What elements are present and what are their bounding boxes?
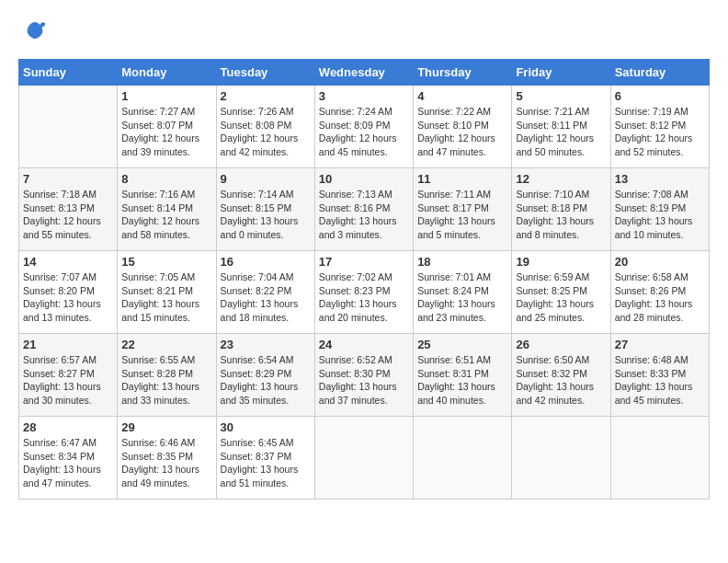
day-number: 26 [516,338,606,351]
day-number: 27 [615,338,705,351]
day-info: Sunrise: 6:54 AM Sunset: 8:29 PM Dayligh… [221,353,311,408]
day-info: Sunrise: 7:13 AM Sunset: 8:16 PM Dayligh… [319,188,409,242]
day-number: 2 [221,89,311,103]
calendar-body: 1Sunrise: 7:27 AM Sunset: 8:07 PM Daylig… [19,86,710,500]
day-info: Sunrise: 6:46 AM Sunset: 8:35 PM Dayligh… [121,436,211,490]
day-info: Sunrise: 7:24 AM Sunset: 8:09 PM Dayligh… [319,105,409,159]
day-info: Sunrise: 7:07 AM Sunset: 8:20 PM Dayligh… [23,270,113,325]
dow-header-saturday: Saturday [610,60,709,86]
day-number: 30 [221,420,311,434]
day-info: Sunrise: 7:11 AM Sunset: 8:17 PM Dayligh… [417,188,507,242]
day-number: 8 [121,172,211,186]
day-info: Sunrise: 7:22 AM Sunset: 8:10 PM Dayligh… [417,105,507,159]
dow-header-monday: Monday [118,60,216,86]
day-number: 20 [615,255,705,269]
day-number: 19 [516,255,606,269]
calendar-cell: 28Sunrise: 6:47 AM Sunset: 8:34 PM Dayli… [19,417,118,500]
day-number: 13 [615,172,705,186]
day-info: Sunrise: 7:08 AM Sunset: 8:19 PM Dayligh… [615,188,705,242]
day-info: Sunrise: 6:59 AM Sunset: 8:25 PM Dayligh… [516,270,606,325]
day-number: 5 [516,89,606,103]
day-number: 7 [23,172,113,186]
calendar-cell: 30Sunrise: 6:45 AM Sunset: 8:37 PM Dayli… [216,417,314,500]
day-info: Sunrise: 7:02 AM Sunset: 8:23 PM Dayligh… [319,270,409,325]
day-info: Sunrise: 7:16 AM Sunset: 8:14 PM Dayligh… [121,188,211,242]
day-info: Sunrise: 6:55 AM Sunset: 8:28 PM Dayligh… [121,353,211,408]
day-info: Sunrise: 7:14 AM Sunset: 8:15 PM Dayligh… [221,188,311,242]
calendar-table: SundayMondayTuesdayWednesdayThursdayFrid… [18,59,710,500]
day-number: 24 [319,338,409,351]
calendar-cell: 25Sunrise: 6:51 AM Sunset: 8:31 PM Dayli… [414,334,512,417]
calendar-cell: 27Sunrise: 6:48 AM Sunset: 8:33 PM Dayli… [610,334,709,417]
calendar-cell: 7Sunrise: 7:18 AM Sunset: 8:13 PM Daylig… [19,168,118,251]
calendar-cell [512,417,610,500]
calendar-cell [314,417,413,500]
calendar-cell: 10Sunrise: 7:13 AM Sunset: 8:16 PM Dayli… [314,168,413,251]
day-number: 17 [319,255,409,269]
day-number: 28 [23,420,113,434]
calendar-cell: 12Sunrise: 7:10 AM Sunset: 8:18 PM Dayli… [512,168,610,251]
day-info: Sunrise: 6:57 AM Sunset: 8:27 PM Dayligh… [23,353,113,408]
day-number: 1 [121,89,211,103]
calendar-cell: 17Sunrise: 7:02 AM Sunset: 8:23 PM Dayli… [314,251,413,334]
dow-header-thursday: Thursday [414,60,512,86]
calendar-cell: 5Sunrise: 7:21 AM Sunset: 8:11 PM Daylig… [512,86,610,168]
day-number: 16 [221,255,311,269]
week-row-2: 7Sunrise: 7:18 AM Sunset: 8:13 PM Daylig… [19,168,710,251]
calendar-cell: 26Sunrise: 6:50 AM Sunset: 8:32 PM Dayli… [512,334,610,417]
dow-header-sunday: Sunday [19,60,118,86]
day-info: Sunrise: 7:21 AM Sunset: 8:11 PM Dayligh… [516,105,606,159]
calendar-cell: 18Sunrise: 7:01 AM Sunset: 8:24 PM Dayli… [414,251,512,334]
calendar-cell: 4Sunrise: 7:22 AM Sunset: 8:10 PM Daylig… [414,86,512,168]
calendar-cell: 22Sunrise: 6:55 AM Sunset: 8:28 PM Dayli… [118,334,216,417]
day-of-week-header-row: SundayMondayTuesdayWednesdayThursdayFrid… [19,60,710,86]
day-info: Sunrise: 7:04 AM Sunset: 8:22 PM Dayligh… [221,270,311,325]
day-number: 3 [319,89,409,103]
calendar-cell: 29Sunrise: 6:46 AM Sunset: 8:35 PM Dayli… [118,417,216,500]
day-info: Sunrise: 6:48 AM Sunset: 8:33 PM Dayligh… [615,353,705,408]
week-row-4: 21Sunrise: 6:57 AM Sunset: 8:27 PM Dayli… [19,334,710,417]
day-number: 23 [221,338,311,351]
day-info: Sunrise: 7:18 AM Sunset: 8:13 PM Dayligh… [23,188,113,242]
day-number: 6 [615,89,705,103]
day-info: Sunrise: 6:58 AM Sunset: 8:26 PM Dayligh… [615,270,705,325]
day-info: Sunrise: 7:10 AM Sunset: 8:18 PM Dayligh… [516,188,606,242]
day-number: 21 [23,338,113,351]
week-row-5: 28Sunrise: 6:47 AM Sunset: 8:34 PM Dayli… [19,417,710,500]
calendar-cell: 16Sunrise: 7:04 AM Sunset: 8:22 PM Dayli… [216,251,314,334]
calendar-cell: 23Sunrise: 6:54 AM Sunset: 8:29 PM Dayli… [216,334,314,417]
calendar-cell: 20Sunrise: 6:58 AM Sunset: 8:26 PM Dayli… [610,251,709,334]
logo-bird-icon [22,18,48,50]
week-row-1: 1Sunrise: 7:27 AM Sunset: 8:07 PM Daylig… [19,86,710,168]
day-number: 29 [121,420,211,434]
day-number: 18 [417,255,507,269]
day-number: 15 [121,255,211,269]
calendar-cell: 13Sunrise: 7:08 AM Sunset: 8:19 PM Dayli… [610,168,709,251]
day-info: Sunrise: 7:26 AM Sunset: 8:08 PM Dayligh… [221,105,311,159]
day-number: 22 [121,338,211,351]
day-info: Sunrise: 7:05 AM Sunset: 8:21 PM Dayligh… [121,270,211,325]
calendar-cell [610,417,709,500]
day-info: Sunrise: 6:47 AM Sunset: 8:34 PM Dayligh… [23,436,113,490]
calendar-cell: 1Sunrise: 7:27 AM Sunset: 8:07 PM Daylig… [118,86,216,168]
day-number: 25 [417,338,507,351]
day-info: Sunrise: 6:50 AM Sunset: 8:32 PM Dayligh… [516,353,606,408]
day-number: 9 [221,172,311,186]
day-number: 14 [23,255,113,269]
calendar-cell: 3Sunrise: 7:24 AM Sunset: 8:09 PM Daylig… [314,86,413,168]
day-info: Sunrise: 6:51 AM Sunset: 8:31 PM Dayligh… [417,353,507,408]
calendar-cell: 21Sunrise: 6:57 AM Sunset: 8:27 PM Dayli… [19,334,118,417]
calendar-cell: 15Sunrise: 7:05 AM Sunset: 8:21 PM Dayli… [118,251,216,334]
dow-header-wednesday: Wednesday [314,60,413,86]
page-header [18,18,710,50]
calendar-cell: 6Sunrise: 7:19 AM Sunset: 8:12 PM Daylig… [610,86,709,168]
day-info: Sunrise: 7:19 AM Sunset: 8:12 PM Dayligh… [615,105,705,159]
day-info: Sunrise: 7:01 AM Sunset: 8:24 PM Dayligh… [417,270,507,325]
day-number: 10 [319,172,409,186]
calendar-cell: 9Sunrise: 7:14 AM Sunset: 8:15 PM Daylig… [216,168,314,251]
calendar-cell: 19Sunrise: 6:59 AM Sunset: 8:25 PM Dayli… [512,251,610,334]
calendar-cell: 8Sunrise: 7:16 AM Sunset: 8:14 PM Daylig… [118,168,216,251]
calendar-cell [414,417,512,500]
day-number: 11 [417,172,507,186]
dow-header-tuesday: Tuesday [216,60,314,86]
